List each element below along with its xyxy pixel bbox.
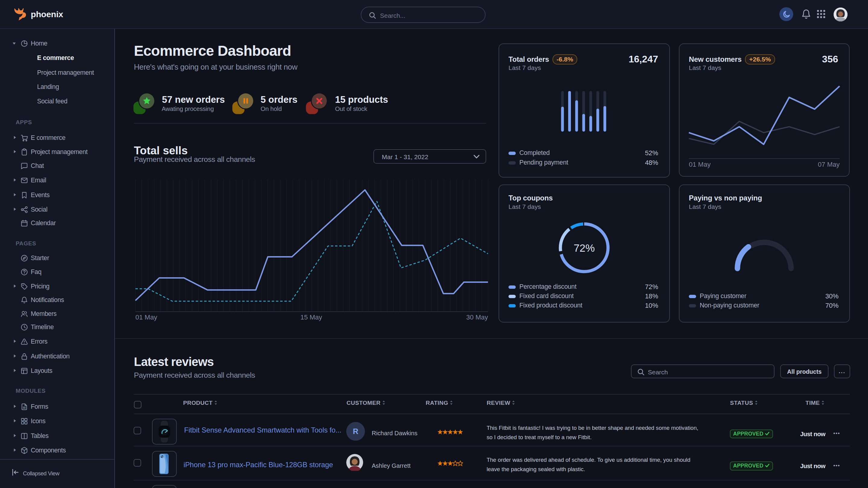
svg-text:07 May: 07 May <box>818 161 840 168</box>
svg-text:01 May: 01 May <box>689 161 711 168</box>
svg-text:30 May: 30 May <box>466 314 488 321</box>
svg-text:01 May: 01 May <box>135 314 157 321</box>
svg-text:15 May: 15 May <box>300 314 322 321</box>
